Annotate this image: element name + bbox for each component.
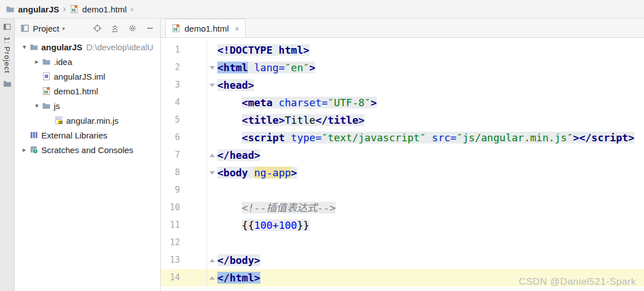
code-area[interactable]: 1<!DOCTYPE html>2<html lang=″en″>3<head>… [161, 38, 644, 291]
token-tag: <meta [242, 97, 278, 108]
code-line-9[interactable]: 9 [161, 181, 644, 199]
fold-collapse-icon[interactable] [207, 164, 217, 181]
code-line-3[interactable]: 3<head> [161, 76, 644, 94]
gutter-annotation-area [180, 76, 207, 94]
hide-panel-button[interactable] [145, 24, 154, 33]
token-tag: > [371, 97, 377, 108]
tree-item-angular-min-js[interactable]: 010JSangular.min.js [15, 113, 160, 128]
folder-icon [42, 57, 52, 66]
code-line-6[interactable]: 6 <script type=″text/javascript″ src=″js… [161, 129, 644, 146]
token-attr: ng-app [254, 167, 291, 179]
fold-end-icon[interactable] [207, 269, 217, 286]
tool-windows-icon[interactable] [3, 22, 12, 31]
fold-collapse-icon[interactable] [207, 59, 217, 76]
code-text: </html> [217, 269, 260, 286]
folder-icon[interactable] [3, 79, 12, 88]
token-val: ″en″ [285, 62, 309, 73]
iml-icon [42, 72, 52, 81]
tree-item-external-libraries[interactable]: External Libraries [15, 128, 160, 142]
fold-gutter [207, 234, 217, 251]
tree-chevron-down-icon[interactable]: ▾ [19, 43, 29, 51]
fold-collapse-icon[interactable] [207, 76, 217, 94]
svg-text:H: H [72, 7, 76, 13]
gutter-annotation-area [180, 216, 207, 234]
chevron-down-icon[interactable]: ▾ [62, 25, 65, 32]
project-view-icon [20, 24, 29, 33]
line-number: 4 [161, 94, 180, 111]
gutter-annotation-area [180, 41, 207, 59]
fold-gutter [207, 199, 217, 216]
line-number: 1 [161, 41, 180, 59]
line-number: 8 [161, 164, 180, 181]
folder-icon [42, 101, 52, 110]
tree-item-scratches-and-consoles[interactable]: ▸Scratches and Consoles [15, 142, 160, 157]
code-line-10[interactable]: 10 <!--插值表达式--> [161, 199, 644, 216]
line-number: 9 [161, 181, 180, 199]
tree-chevron-down-icon[interactable]: ▾ [32, 102, 42, 110]
tab-demo1-html[interactable]: H demo1.html × [165, 19, 246, 37]
token-tag: <html [217, 62, 248, 73]
token-val: ″js/angular.min.js″ [457, 132, 573, 144]
gutter-annotation-area [180, 234, 207, 251]
tree-chevron-right-icon[interactable]: ▸ [32, 58, 42, 66]
token-attr: type= [291, 132, 321, 144]
token-plain [248, 62, 254, 73]
code-text: <script type=″text/javascript″ src=″js/a… [217, 129, 634, 146]
tree-item-angularjs-iml[interactable]: angularJS.iml [15, 69, 160, 84]
token-attr: lang= [254, 62, 285, 73]
close-tab-icon[interactable]: × [234, 24, 239, 33]
breadcrumb-project[interactable]: angularJS [6, 5, 59, 14]
collapse-all-button[interactable] [110, 24, 119, 33]
tree-item-demo1-html[interactable]: Hdemo1.html [15, 84, 160, 98]
fold-end-icon[interactable] [207, 146, 217, 164]
line-number: 14 [161, 269, 180, 286]
code-line-1[interactable]: 1<!DOCTYPE html> [161, 41, 644, 59]
gutter-annotation-area [180, 269, 207, 286]
code-line-5[interactable]: 5 <title>Title</title> [161, 111, 644, 129]
line-number: 12 [161, 234, 180, 251]
locate-file-button[interactable] [93, 24, 102, 33]
line-number: 7 [161, 146, 180, 164]
project-tool-window-button[interactable]: 1: Project [3, 37, 11, 73]
svg-text:JS: JS [58, 120, 63, 124]
tree-item-angularjs[interactable]: ▾angularJSD:\develop\idealU [15, 40, 160, 54]
code-text: <head> [217, 76, 254, 94]
tab-label: demo1.html [184, 24, 229, 33]
code-line-7[interactable]: 7</head> [161, 146, 644, 164]
tree-item-js[interactable]: ▾js [15, 98, 160, 113]
code-text: <title>Title</title> [217, 111, 364, 129]
js-min-icon: 010JS [54, 116, 65, 125]
html-icon: H [42, 86, 52, 95]
code-line-8[interactable]: 8<body ng-app> [161, 164, 644, 181]
svg-text:H: H [44, 89, 48, 95]
code-line-2[interactable]: 2<html lang=″en″> [161, 59, 644, 76]
fold-gutter [207, 111, 217, 129]
gutter-annotation-area [180, 111, 207, 129]
settings-gear-button[interactable] [128, 24, 137, 33]
project-view-dropdown[interactable]: Project [33, 24, 59, 33]
tree-item-label: demo1.html [54, 86, 98, 96]
code-line-13[interactable]: 13</body> [161, 251, 644, 269]
code-text: </head> [217, 146, 260, 164]
tree-item--idea[interactable]: ▸.idea [15, 54, 160, 69]
code-text: <body ng-app> [217, 164, 297, 181]
token-attr: src= [432, 132, 456, 144]
token-comment: <!--插值表达式--> [242, 202, 336, 214]
line-number: 11 [161, 216, 180, 234]
code-line-11[interactable]: 11 {{100+100}} [161, 216, 644, 234]
fold-gutter [207, 41, 217, 59]
gutter-annotation-area [180, 251, 207, 269]
tree-item-label: js [54, 101, 60, 111]
tree-chevron-right-icon[interactable]: ▸ [19, 146, 29, 154]
token-tag: ></script> [573, 132, 634, 144]
code-line-4[interactable]: 4 <meta charset=″UTF-8″> [161, 94, 644, 111]
tree-item-label: Scratches and Consoles [41, 145, 134, 155]
line-number: 2 [161, 59, 180, 76]
fold-end-icon[interactable] [207, 251, 217, 269]
token-tag: <!DOCTYPE html> [217, 44, 310, 56]
breadcrumb-file-label: demo1.html [82, 5, 126, 14]
breadcrumb-file[interactable]: H demo1.html [70, 5, 126, 14]
code-line-12[interactable]: 12 [161, 234, 644, 251]
gutter-annotation-area [180, 94, 207, 111]
tree-item-label: External Libraries [41, 131, 108, 140]
